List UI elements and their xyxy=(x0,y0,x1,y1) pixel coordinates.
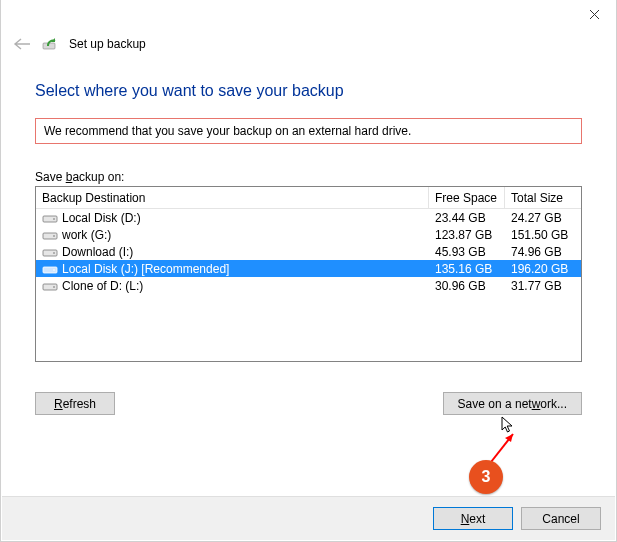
drive-name: Local Disk (D:) xyxy=(62,211,141,225)
step-badge: 3 xyxy=(469,460,503,494)
drive-row[interactable]: Local Disk (D:)23.44 GB24.27 GB xyxy=(36,209,581,226)
save-on-label: Save backup on: xyxy=(35,170,582,184)
svg-rect-8 xyxy=(53,269,55,270)
drive-row[interactable]: Clone of D: (L:)30.96 GB31.77 GB xyxy=(36,277,581,294)
cancel-button[interactable]: Cancel xyxy=(521,507,601,530)
next-button[interactable]: Next xyxy=(433,507,513,530)
drive-row[interactable]: work (G:)123.87 GB151.50 GB xyxy=(36,226,581,243)
drive-free: 45.93 GB xyxy=(429,245,505,259)
col-total-size[interactable]: Total Size xyxy=(505,187,581,208)
footer-bar: Next Cancel xyxy=(2,496,615,540)
svg-rect-4 xyxy=(53,235,55,236)
close-button[interactable] xyxy=(586,8,602,24)
hard-drive-icon xyxy=(42,280,58,292)
svg-rect-10 xyxy=(53,286,55,287)
drive-free: 23.44 GB xyxy=(429,211,505,225)
hard-drive-icon xyxy=(42,263,58,275)
drive-total: 74.96 GB xyxy=(505,245,581,259)
drive-total: 31.77 GB xyxy=(505,279,581,293)
drive-row[interactable]: Local Disk (J:) [Recommended]135.16 GB19… xyxy=(36,260,581,277)
drive-total: 196.20 GB xyxy=(505,262,581,276)
drive-name: Download (I:) xyxy=(62,245,133,259)
back-arrow-icon[interactable] xyxy=(13,37,31,51)
drive-total: 24.27 GB xyxy=(505,211,581,225)
drive-free: 135.16 GB xyxy=(429,262,505,276)
drive-row[interactable]: Download (I:)45.93 GB74.96 GB xyxy=(36,243,581,260)
drive-free: 30.96 GB xyxy=(429,279,505,293)
hard-drive-icon xyxy=(42,229,58,241)
col-free-space[interactable]: Free Space xyxy=(429,187,505,208)
recommendation-banner: We recommend that you save your backup o… xyxy=(35,118,582,144)
refresh-button[interactable]: Refresh xyxy=(35,392,115,415)
svg-rect-2 xyxy=(53,218,55,219)
page-heading: Select where you want to save your backu… xyxy=(35,82,582,100)
drive-list[interactable]: Backup Destination Free Space Total Size… xyxy=(35,186,582,362)
red-arrow-annotation xyxy=(481,424,531,464)
save-on-network-button[interactable]: Save on a network... xyxy=(443,392,582,415)
drive-list-header: Backup Destination Free Space Total Size xyxy=(36,187,581,209)
drive-free: 123.87 GB xyxy=(429,228,505,242)
col-destination[interactable]: Backup Destination xyxy=(36,187,429,208)
window-title: Set up backup xyxy=(69,37,146,51)
svg-rect-6 xyxy=(53,252,55,253)
drive-name: Local Disk (J:) [Recommended] xyxy=(62,262,229,276)
hard-drive-icon xyxy=(42,212,58,224)
drive-name: Clone of D: (L:) xyxy=(62,279,143,293)
hard-drive-icon xyxy=(42,246,58,258)
backup-app-icon xyxy=(41,36,59,52)
drive-name: work (G:) xyxy=(62,228,111,242)
drive-total: 151.50 GB xyxy=(505,228,581,242)
